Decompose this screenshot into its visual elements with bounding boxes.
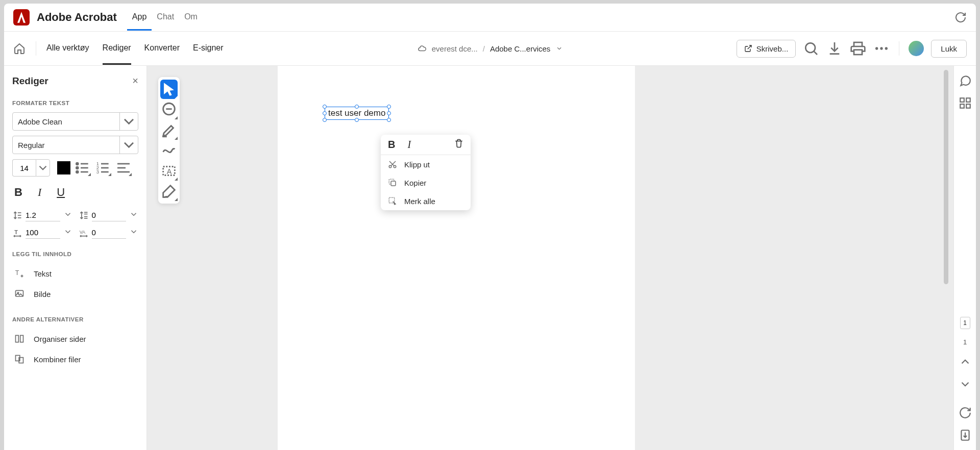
resize-handle[interactable]	[323, 118, 327, 122]
underline-button[interactable]: U	[57, 186, 65, 199]
svg-text:T: T	[15, 269, 19, 277]
tab-esign[interactable]: E-signer	[193, 32, 224, 65]
avatar[interactable]	[909, 41, 924, 56]
horizontal-scale-input[interactable]: 100	[26, 227, 60, 239]
ctx-cut-label: Klipp ut	[404, 160, 430, 169]
bullet-list-icon[interactable]	[75, 160, 91, 176]
print-icon[interactable]	[850, 40, 866, 57]
pointer-tool[interactable]	[160, 80, 178, 99]
chevron-down-icon[interactable]	[63, 210, 72, 221]
open-desktop-label: Skriveb...	[756, 44, 789, 53]
app-title: Adobe Acrobat	[37, 11, 117, 24]
chevron-down-icon[interactable]	[129, 210, 138, 221]
text-color-swatch[interactable]	[57, 161, 70, 174]
highlight-tool[interactable]	[160, 120, 178, 140]
chevron-down-icon[interactable]	[555, 45, 562, 52]
export-icon[interactable]	[959, 429, 972, 442]
svg-point-8	[76, 163, 78, 165]
ctx-copy[interactable]: Kopier	[381, 173, 471, 192]
add-image-button[interactable]: Bilde	[12, 284, 138, 304]
app-logo	[13, 9, 30, 26]
current-page-input[interactable]: 1	[960, 317, 970, 329]
tracking-input[interactable]: 0	[92, 227, 127, 239]
thumbnails-panel-icon[interactable]	[959, 96, 972, 110]
font-family-select[interactable]: Adobe Clean	[12, 112, 138, 131]
resize-handle[interactable]	[387, 105, 391, 109]
ctx-italic-button[interactable]: I	[407, 139, 411, 151]
add-text-icon: T	[14, 268, 24, 279]
ctx-delete-button[interactable]	[454, 139, 463, 151]
resize-handle[interactable]	[323, 105, 327, 109]
more-icon[interactable]	[873, 40, 890, 57]
combine-files-button[interactable]: Kombiner filer	[12, 349, 138, 369]
comments-panel-icon[interactable]	[959, 74, 972, 87]
resize-handle[interactable]	[387, 111, 391, 115]
document-page[interactable]: test user demo B I	[278, 66, 635, 450]
external-link-icon	[744, 44, 752, 53]
ctx-cut[interactable]: Klipp ut	[381, 155, 471, 173]
align-icon[interactable]	[115, 160, 132, 176]
svg-point-10	[76, 167, 78, 169]
page-up-icon[interactable]	[959, 355, 972, 368]
line-height-icon	[12, 210, 22, 220]
selected-text-box[interactable]: test user demo	[325, 107, 389, 120]
open-desktop-button[interactable]: Skriveb...	[737, 40, 796, 58]
scrollbar[interactable]	[944, 70, 948, 284]
paragraph-spacing-input[interactable]: 0	[92, 209, 127, 221]
organize-pages-button[interactable]: Organiser sider	[12, 329, 138, 349]
svg-line-1	[814, 51, 818, 55]
organize-icon	[14, 334, 24, 344]
combine-label: Kombiner filer	[34, 355, 81, 364]
tab-all-tools[interactable]: Alle verktøy	[46, 32, 89, 65]
draw-tool[interactable]	[160, 141, 178, 160]
page-down-icon[interactable]	[959, 378, 972, 391]
ctx-select-all[interactable]: Merk alle	[381, 192, 471, 210]
home-icon[interactable]	[13, 42, 26, 55]
font-family-value: Adobe Clean	[18, 117, 62, 126]
chevron-down-icon[interactable]	[63, 227, 72, 238]
paragraph-spacing-icon	[79, 210, 89, 220]
close-button[interactable]: Lukk	[931, 40, 967, 58]
font-weight-select[interactable]: Regular	[12, 136, 138, 154]
download-icon[interactable]	[826, 40, 843, 57]
font-size-chevron[interactable]	[36, 159, 50, 177]
svg-rect-3	[854, 42, 862, 46]
resize-handle[interactable]	[323, 111, 327, 115]
line-height-input[interactable]: 1.2	[26, 209, 60, 221]
breadcrumb-sep: /	[483, 44, 485, 53]
panel-close-icon[interactable]: ×	[132, 75, 138, 87]
bold-button[interactable]: B	[14, 186, 22, 199]
separator	[899, 41, 899, 56]
textbox-tool[interactable]: A	[160, 161, 178, 181]
breadcrumb-file[interactable]: Adobe C...ervices	[490, 44, 550, 53]
select-all-icon	[388, 196, 397, 206]
numbered-list-icon[interactable]: 123	[95, 160, 111, 176]
italic-button[interactable]: I	[38, 186, 41, 199]
tab-chat[interactable]: Chat	[152, 4, 179, 31]
chevron-down-icon	[119, 113, 138, 130]
combine-icon	[14, 354, 24, 364]
breadcrumb-folder[interactable]: everest dce...	[432, 44, 478, 53]
refresh-icon[interactable]	[954, 11, 967, 23]
tab-convert[interactable]: Konverter	[144, 32, 180, 65]
tab-edit[interactable]: Rediger	[103, 32, 131, 65]
rotate-icon[interactable]	[959, 406, 972, 419]
resize-handle[interactable]	[387, 118, 391, 122]
cut-icon	[388, 160, 397, 169]
sign-tool[interactable]	[160, 182, 178, 201]
tab-app[interactable]: App	[127, 4, 152, 31]
add-text-button[interactable]: T Tekst	[12, 263, 138, 284]
ctx-bold-button[interactable]: B	[388, 139, 395, 151]
comment-tool[interactable]	[160, 100, 178, 119]
svg-text:A: A	[167, 167, 172, 176]
svg-rect-57	[966, 98, 970, 102]
font-size-input[interactable]: 14	[12, 159, 36, 177]
search-icon[interactable]	[803, 40, 819, 57]
svg-point-6	[880, 47, 883, 49]
resize-handle[interactable]	[355, 118, 359, 122]
svg-rect-56	[960, 98, 964, 102]
tab-about[interactable]: Om	[179, 4, 203, 31]
total-pages: 1	[963, 338, 967, 346]
svg-point-5	[875, 47, 878, 49]
chevron-down-icon[interactable]	[129, 227, 138, 238]
